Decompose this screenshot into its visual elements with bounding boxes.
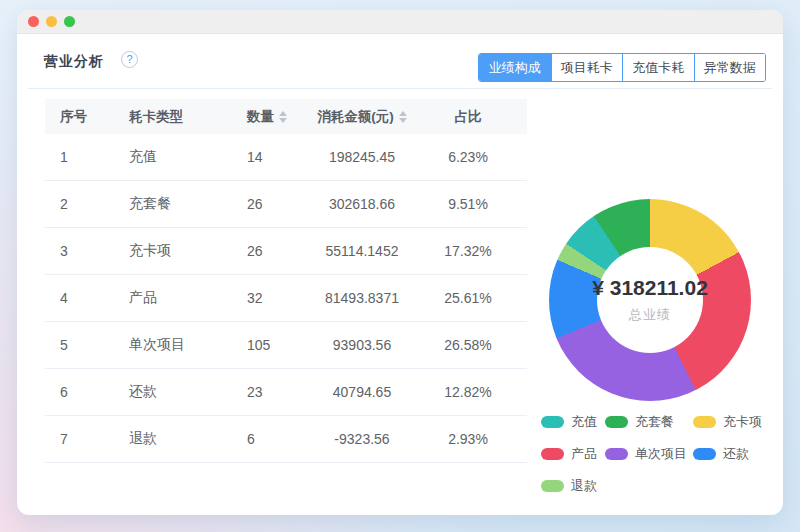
column-header-label: 耗卡类型 xyxy=(129,108,183,126)
table-cell: 1 xyxy=(60,149,129,165)
sort-caret-icon[interactable] xyxy=(279,107,287,127)
legend-label: 还款 xyxy=(723,445,749,463)
column-header: 耗卡类型 xyxy=(129,108,247,126)
table-cell: 198245.45 xyxy=(297,149,427,165)
table-cell: 单次项目 xyxy=(129,336,247,354)
table-row: 5单次项目10593903.5626.58% xyxy=(45,322,527,369)
table-cell: 81493.8371 xyxy=(297,290,427,306)
column-header-label: 消耗金额(元) xyxy=(317,108,394,126)
main-area: 序号耗卡类型数量消耗金额(元)占比 1充值14198245.456.23%2充套… xyxy=(28,89,772,514)
legend-swatch-icon xyxy=(541,448,564,460)
table-cell: 6.23% xyxy=(427,149,509,165)
table-cell: 退款 xyxy=(129,430,247,448)
table-cell: 6 xyxy=(60,384,129,400)
tab-3[interactable]: 充值卡耗 xyxy=(622,54,694,81)
table-cell: 26.58% xyxy=(427,337,509,353)
legend-label: 充卡项 xyxy=(723,413,762,431)
column-header-label: 数量 xyxy=(247,108,274,126)
legend-item[interactable]: 还款 xyxy=(693,444,789,464)
table-cell: 93903.56 xyxy=(297,337,427,353)
window-titlebar xyxy=(17,10,783,34)
total-revenue-value: ¥ 318211.02 xyxy=(592,276,708,300)
legend-swatch-icon xyxy=(605,448,628,460)
legend-label: 产品 xyxy=(571,445,597,463)
consumption-table: 序号耗卡类型数量消耗金额(元)占比 1充值14198245.456.23%2充套… xyxy=(45,99,527,463)
app-window: 营业分析 ? 业绩构成项目耗卡充值卡耗异常数据 序号耗卡类型数量消耗金额(元)占… xyxy=(17,10,783,515)
donut-chart: ¥ 318211.02 总业绩 xyxy=(549,199,751,401)
help-icon[interactable]: ? xyxy=(121,51,138,68)
legend-swatch-icon xyxy=(541,480,564,492)
table-cell: 9.51% xyxy=(427,196,509,212)
table-cell: 4 xyxy=(60,290,129,306)
table-cell: 充套餐 xyxy=(129,195,247,213)
legend-swatch-icon xyxy=(693,448,716,460)
table-cell: 7 xyxy=(60,431,129,447)
table-row: 7退款6-9323.562.93% xyxy=(45,416,527,463)
table-header-row: 序号耗卡类型数量消耗金额(元)占比 xyxy=(45,99,527,134)
table-cell: 3 xyxy=(60,243,129,259)
minimize-window-button[interactable] xyxy=(46,16,57,27)
tab-group: 业绩构成项目耗卡充值卡耗异常数据 xyxy=(478,53,766,82)
tab-2[interactable]: 项目耗卡 xyxy=(551,54,623,81)
table-cell: 充值 xyxy=(129,148,247,166)
legend-label: 充值 xyxy=(571,413,597,431)
table-cell: 充卡项 xyxy=(129,242,247,260)
column-header: 序号 xyxy=(60,108,129,126)
table-cell: 还款 xyxy=(129,383,247,401)
table-cell: 105 xyxy=(247,337,297,353)
legend-item[interactable]: 充卡项 xyxy=(693,412,789,432)
table-cell: 40794.65 xyxy=(297,384,427,400)
table-row: 4产品3281493.837125.61% xyxy=(45,275,527,322)
tab-4[interactable]: 异常数据 xyxy=(694,54,766,81)
column-header-label: 序号 xyxy=(60,108,87,126)
legend-item[interactable]: 充值 xyxy=(541,412,605,432)
table-cell: 302618.66 xyxy=(297,196,427,212)
page-title: 营业分析 xyxy=(44,53,104,71)
legend-swatch-icon xyxy=(541,416,564,428)
table-cell: 5 xyxy=(60,337,129,353)
table-row: 2充套餐26302618.669.51% xyxy=(45,181,527,228)
maximize-window-button[interactable] xyxy=(64,16,75,27)
chart-legend: 充值充套餐充卡项产品单次项目还款退款 xyxy=(541,412,789,496)
legend-label: 单次项目 xyxy=(635,445,687,463)
table-cell: 2.93% xyxy=(427,431,509,447)
table-cell: 26 xyxy=(247,243,297,259)
legend-label: 充套餐 xyxy=(635,413,674,431)
close-window-button[interactable] xyxy=(28,16,39,27)
table-cell: 14 xyxy=(247,149,297,165)
donut-center: ¥ 318211.02 总业绩 xyxy=(597,247,703,353)
table-row: 6还款2340794.6512.82% xyxy=(45,369,527,416)
table-cell: 23 xyxy=(247,384,297,400)
table-row: 1充值14198245.456.23% xyxy=(45,134,527,181)
legend-item[interactable]: 退款 xyxy=(541,476,605,496)
legend-swatch-icon xyxy=(693,416,716,428)
total-revenue-label: 总业绩 xyxy=(629,306,671,324)
table-row: 3充卡项2655114.145217.32% xyxy=(45,228,527,275)
legend-label: 退款 xyxy=(571,477,597,495)
table-cell: 12.82% xyxy=(427,384,509,400)
table-cell: 55114.1452 xyxy=(297,243,427,259)
table-cell: 产品 xyxy=(129,289,247,307)
table-cell: 2 xyxy=(60,196,129,212)
table-cell: 32 xyxy=(247,290,297,306)
legend-swatch-icon xyxy=(605,416,628,428)
table-cell: 26 xyxy=(247,196,297,212)
sort-caret-icon[interactable] xyxy=(399,107,407,127)
tab-1[interactable]: 业绩构成 xyxy=(479,54,551,81)
table-cell: 25.61% xyxy=(427,290,509,306)
column-header-label: 占比 xyxy=(455,108,482,126)
table-cell: 6 xyxy=(247,431,297,447)
legend-item[interactable]: 充套餐 xyxy=(605,412,693,432)
page-header: 营业分析 ? 业绩构成项目耗卡充值卡耗异常数据 xyxy=(28,34,772,88)
column-header: 占比 xyxy=(427,108,509,126)
table-cell: 17.32% xyxy=(427,243,509,259)
legend-item[interactable]: 单次项目 xyxy=(605,444,693,464)
table-cell: -9323.56 xyxy=(297,431,427,447)
page-content: 营业分析 ? 业绩构成项目耗卡充值卡耗异常数据 序号耗卡类型数量消耗金额(元)占… xyxy=(17,34,783,514)
column-header[interactable]: 数量 xyxy=(247,107,297,127)
legend-item[interactable]: 产品 xyxy=(541,444,605,464)
column-header[interactable]: 消耗金额(元) xyxy=(297,107,427,127)
